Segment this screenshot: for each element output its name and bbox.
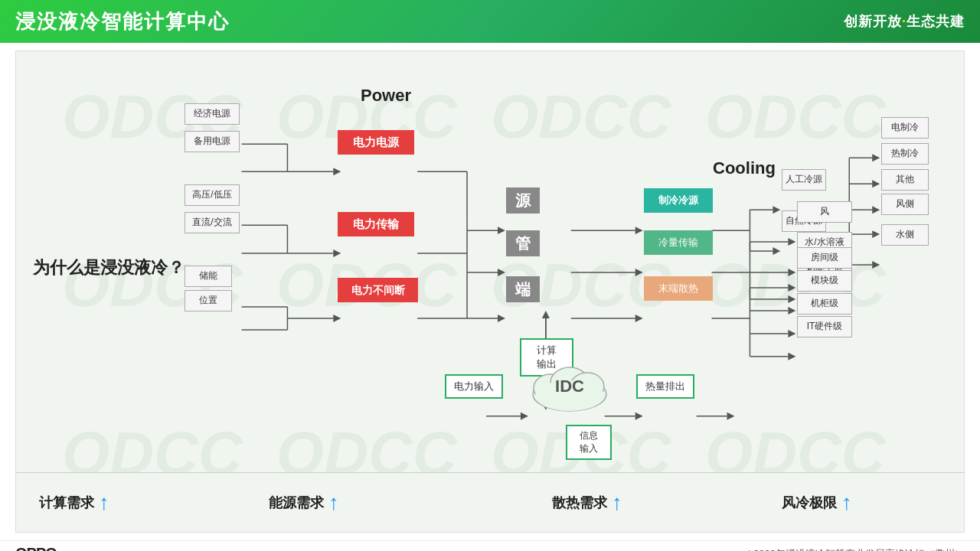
svg-marker-80	[788, 284, 795, 292]
heat-output-box: 热量排出	[636, 374, 694, 399]
svg-marker-51	[773, 247, 780, 255]
svg-marker-45	[635, 315, 643, 322]
bottom-item-jisuan: 计算需求 ↑	[39, 491, 192, 515]
bottom-arrow-nengyuan: ↑	[328, 491, 339, 515]
power-input-box: 电力输入	[445, 374, 503, 399]
center-node-guan: 管	[506, 230, 540, 256]
connectors-svg	[16, 51, 964, 532]
center-node-yuan: 源	[506, 187, 540, 214]
bottom-bar: 计算需求 ↑ 能源需求 ↑ 散热需求 ↑ 风冷极限 ↑	[16, 472, 964, 532]
cooling-item-mokuai: 模块级	[797, 270, 852, 292]
svg-marker-23	[498, 227, 505, 234]
cooling-item-ithardware: IT硬件级	[797, 316, 852, 337]
power-input-jingji: 经济电源	[185, 103, 240, 125]
svg-marker-57	[872, 154, 880, 161]
left-label: 为什么是浸没液冷？	[33, 256, 185, 279]
cooling-item-rezileng: 热制冷	[881, 143, 929, 165]
watermark: ODCC	[491, 82, 671, 152]
bottom-item-fengleng: 风冷极限 ↑	[782, 491, 935, 515]
power-box-dianli-dianyuan: 电力电源	[338, 130, 414, 155]
svg-marker-72	[788, 269, 795, 276]
svg-marker-15	[333, 315, 341, 322]
info-input-box: 信息 输入	[566, 425, 612, 460]
cooling-item-fangjian: 房间级	[797, 247, 852, 269]
cooling-title: Cooling	[713, 158, 776, 178]
bottom-label-fengleng: 风冷极限	[782, 494, 837, 512]
svg-marker-9	[333, 249, 341, 257]
cooling-box-mofansanre: 末端散热	[644, 276, 713, 301]
bottom-label-nengyuan: 能源需求	[269, 494, 324, 512]
svg-marker-31	[542, 311, 550, 318]
bottom-label-sanre: 散热需求	[552, 494, 607, 512]
content-area: ODCC ODCC ODCC ODCC ODCC ODCC ODCC ODCC …	[15, 51, 965, 533]
svg-marker-64	[872, 230, 880, 238]
header: 浸没液冷智能计算中心 创新开放·生态共建	[0, 0, 980, 43]
header-slogan: 创新开放·生态共建	[844, 12, 965, 31]
svg-marker-82	[788, 330, 795, 337]
watermark: ODCC	[705, 82, 886, 152]
power-input-gaoya: 高压/低压	[185, 184, 240, 206]
cooling-item-dianzileng: 电制冷	[881, 117, 929, 139]
bottom-label-jisuan: 计算需求	[39, 494, 94, 512]
svg-marker-50	[773, 206, 780, 214]
bottom-arrow-jisuan: ↑	[99, 491, 109, 515]
footer: OPPO | 2023年浸没液冷智算产业发展高峰论坛（衢州）	[0, 540, 980, 551]
cooling-sub1-rengong: 人工冷源	[782, 169, 826, 191]
svg-marker-65	[872, 261, 880, 269]
svg-marker-73	[788, 295, 795, 303]
cooling-item-shuice: 水侧	[881, 224, 929, 246]
power-input-weizhi: 位置	[185, 290, 232, 311]
center-node-duan: 端	[506, 276, 540, 302]
slogan-part1: 创新开放	[844, 14, 902, 29]
idc-label: IDC	[555, 377, 584, 396]
power-input-zhiliu: 直流/交流	[185, 212, 240, 233]
power-input-chuneng: 储能	[185, 266, 232, 287]
cooling-item-fengce: 风侧	[881, 194, 929, 215]
svg-marker-83	[788, 353, 795, 360]
bottom-arrow-sanre: ↑	[612, 491, 622, 515]
svg-marker-37	[727, 412, 735, 420]
cooling-box-lengchuanshu: 冷量传输	[644, 230, 713, 255]
svg-marker-59	[872, 206, 880, 214]
power-input-beiyong: 备用电源	[185, 131, 240, 152]
bottom-item-nengyuan: 能源需求 ↑	[269, 491, 422, 515]
svg-marker-27	[498, 315, 505, 322]
svg-marker-71	[788, 238, 795, 246]
cooling-box-zhileng: 制冷冷源	[644, 188, 713, 213]
svg-marker-35	[635, 412, 643, 420]
power-box-dianli-chuanshu: 电力传输	[338, 212, 414, 236]
svg-marker-43	[635, 269, 643, 276]
idc-cloud: IDC	[528, 356, 612, 417]
svg-marker-4	[333, 168, 341, 175]
svg-marker-41	[635, 227, 643, 234]
bottom-item-sanre: 散热需求 ↑	[552, 491, 705, 515]
header-title: 浸没液冷智能计算中心	[15, 8, 230, 35]
cooling-item-qita: 其他	[881, 169, 929, 191]
svg-marker-58	[872, 180, 880, 187]
svg-marker-25	[498, 269, 505, 276]
slogan-part2: 生态共建	[906, 14, 965, 29]
cooling-item-feng: 风	[797, 201, 852, 223]
footer-text: | 2023年浸没液冷智算产业发展高峰论坛（衢州）	[748, 547, 965, 552]
power-title: Power	[361, 86, 411, 106]
power-box-dianli-bujinduan: 电力不间断	[338, 278, 418, 302]
footer-logo: OPPO	[15, 545, 57, 551]
watermark: ODCC	[705, 250, 886, 321]
bottom-arrow-fengleng: ↑	[841, 491, 852, 515]
cooling-item-jigui: 机柜级	[797, 293, 852, 315]
svg-marker-81	[788, 307, 795, 315]
